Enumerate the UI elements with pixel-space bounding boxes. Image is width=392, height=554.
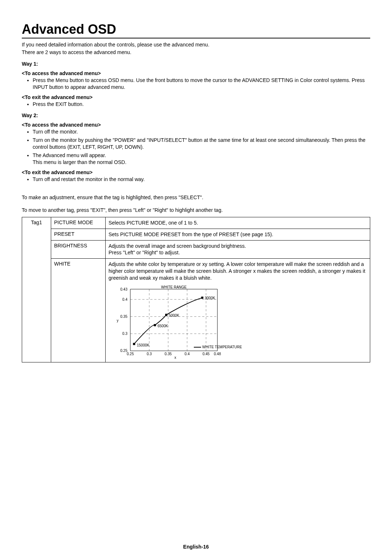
way2-exit-head: <To exit the advanced menu> <box>22 169 370 175</box>
row-desc: Adjusts the overall image and screen bac… <box>106 240 370 259</box>
marker-3000k <box>201 297 203 299</box>
way2-access-list: Turn off the monitor. Turn on the monito… <box>22 128 370 165</box>
xtick: 0.35 <box>165 352 172 356</box>
row-name: WHITE <box>51 259 106 362</box>
list-item: Press the EXIT button. <box>33 101 370 108</box>
row-name: PICTURE MODE <box>51 217 106 229</box>
way1-access-list: Press the Menu button to access OSD menu… <box>22 77 370 91</box>
way2-exit-list: Turn off and restart the monitor in the … <box>22 176 370 183</box>
list-item: Turn on the monitor by pushing the "POWE… <box>33 137 370 151</box>
xtick: 0.48 <box>214 352 221 356</box>
adjust-line: To make an adjustment, ensure that the t… <box>22 194 370 201</box>
intro-block: If you need detailed information about t… <box>22 41 370 56</box>
row-name: BRIGHTNESS <box>51 240 106 259</box>
table-row: BRIGHTNESS Adjusts the overall image and… <box>22 240 370 259</box>
list-item: Turn off and restart the monitor in the … <box>33 176 370 183</box>
xtick: 0.45 <box>203 352 210 356</box>
row-desc: Sets PICTURE MODE PRESET from the type o… <box>106 229 370 240</box>
row-desc: Adjusts the white color by temperature o… <box>106 259 370 362</box>
chart-line <box>134 298 202 344</box>
page-title: Advanced OSD <box>22 22 370 38</box>
ylabel: y <box>117 319 119 323</box>
table-row: PRESET Sets PICTURE MODE PRESET from the… <box>22 229 370 240</box>
marker-6500k <box>154 324 156 326</box>
intro-line-1: If you need detailed information about t… <box>22 41 370 48</box>
white-range-chart: WHITE RANGE <box>109 284 367 360</box>
row-name: PRESET <box>51 229 106 240</box>
tag-cell: Tag1 <box>22 217 51 362</box>
xtick: 0.4 <box>185 352 190 356</box>
ytick: 0.3 <box>122 332 127 336</box>
chart-svg: WHITE RANGE <box>112 284 243 360</box>
marker-15000k <box>133 343 135 345</box>
ytick: 0.43 <box>121 287 128 291</box>
list-item: The Advanced menu will appear. This menu… <box>33 152 370 166</box>
way2-access-head: <To access the advanced menu> <box>22 122 370 128</box>
legend-label: WHITE TEMPERATURE <box>202 345 242 349</box>
xlabel: x <box>175 356 176 360</box>
page-footer: English-16 <box>22 544 370 550</box>
marker-5000k <box>165 314 167 316</box>
chart-title: WHITE RANGE <box>161 285 187 289</box>
label-3000k: 3000K <box>205 296 215 300</box>
osd-table: Tag1 PICTURE MODE Selects PICTURE MODE, … <box>22 217 370 362</box>
label-15000k: 15000K <box>137 343 150 347</box>
row-desc: Selects PICTURE MODE, one of 1 to 5. <box>106 217 370 229</box>
way1-access-head: <To access the advanced menu> <box>22 70 370 76</box>
label-6500k: 6500K <box>158 324 168 328</box>
xtick: 0.3 <box>147 352 152 356</box>
white-desc-text: Adjusts the white color by temperature o… <box>109 261 365 281</box>
way1-exit-list: Press the EXIT button. <box>22 101 370 108</box>
ytick: 0.35 <box>121 315 128 319</box>
ytick: 0.4 <box>122 297 127 301</box>
way1-exit-head: <To exit the advanced menu> <box>22 94 370 100</box>
way1-label: Way 1: <box>22 61 370 67</box>
xtick: 0.25 <box>127 352 134 356</box>
table-row: WHITE Adjusts the white color by tempera… <box>22 259 370 362</box>
way2-label: Way 2: <box>22 112 370 118</box>
move-line: To move to another tag, press "EXIT", th… <box>22 206 370 214</box>
list-item: Press the Menu button to access OSD menu… <box>33 77 370 91</box>
label-5000k: 5000K <box>169 313 179 317</box>
table-row: Tag1 PICTURE MODE Selects PICTURE MODE, … <box>22 217 370 229</box>
intro-line-2: There are 2 ways to access the advanced … <box>22 49 370 56</box>
list-item: Turn off the monitor. <box>33 128 370 135</box>
